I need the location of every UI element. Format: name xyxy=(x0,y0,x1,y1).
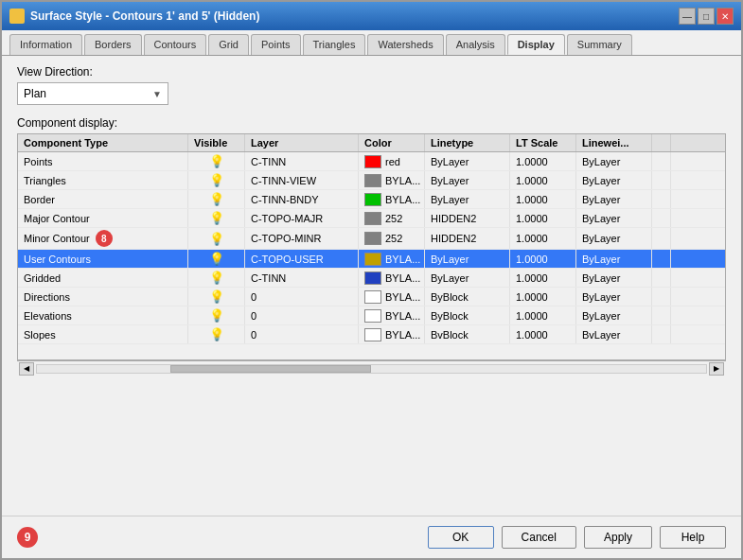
tab-watersheds[interactable]: Watersheds xyxy=(367,34,443,55)
cell-type: Directions xyxy=(18,288,188,306)
cell-visible[interactable]: 💡 xyxy=(188,250,245,268)
cell-lineweight: ByLayer xyxy=(576,209,652,227)
cell-layer: 0 xyxy=(245,325,359,343)
cell-color[interactable]: 252 xyxy=(359,228,425,249)
cell-type: Elevations xyxy=(18,306,188,324)
cell-type: User Contours xyxy=(18,250,188,268)
view-direction-dropdown[interactable]: Plan ▼ xyxy=(17,82,168,105)
cell-visible[interactable]: 💡 xyxy=(188,288,245,306)
cell-linetype: ByLayer xyxy=(425,152,510,170)
apply-button[interactable]: Apply xyxy=(584,526,652,549)
tab-points[interactable]: Points xyxy=(251,34,301,55)
table-row[interactable]: Gridded 💡 C-TINN BYLA... ByLayer 1.0000 … xyxy=(18,269,725,288)
cell-visible[interactable]: 💡 xyxy=(188,228,245,249)
table-row[interactable]: Border 💡 C-TINN-BNDY BYLA... ByLayer 1.0… xyxy=(18,190,725,209)
scroll-left-button[interactable]: ◀ xyxy=(19,362,34,376)
cell-extra xyxy=(652,152,671,170)
component-table: Component Type Visible Layer Color Linet… xyxy=(17,133,726,360)
cell-color[interactable]: BYLA... xyxy=(359,171,425,189)
tabs-bar: Information Borders Contours Grid Points… xyxy=(2,30,741,56)
cell-lt-scale: 1.0000 xyxy=(510,171,576,189)
cell-extra xyxy=(652,269,671,287)
tab-triangles[interactable]: Triangles xyxy=(303,34,366,55)
table-row[interactable]: Points 💡 C-TINN red ByLayer 1.0000 ByLay… xyxy=(18,152,725,171)
tab-borders[interactable]: Borders xyxy=(84,34,142,55)
tab-contours[interactable]: Contours xyxy=(144,34,207,55)
cell-extra xyxy=(652,250,671,268)
cell-extra xyxy=(652,228,671,249)
tab-display[interactable]: Display xyxy=(507,34,565,55)
cell-lineweight: ByLayer xyxy=(576,250,652,268)
cell-visible[interactable]: 💡 xyxy=(188,190,245,208)
cell-lineweight: ByLayer xyxy=(576,269,652,287)
cell-linetype: ByBlock xyxy=(425,288,510,306)
horizontal-scrollbar[interactable]: ◀ ▶ xyxy=(17,360,726,376)
view-direction-label: View Direction: xyxy=(17,65,726,79)
cell-lineweight: ByLayer xyxy=(576,288,652,306)
window-icon xyxy=(9,9,25,24)
cell-lt-scale: 1.0000 xyxy=(510,209,576,227)
scroll-thumb[interactable] xyxy=(170,365,371,373)
color-label: 252 xyxy=(385,233,402,244)
cell-extra xyxy=(652,171,671,189)
table-row[interactable]: Directions 💡 0 BYLA... ByBlock 1.0000 By… xyxy=(18,288,725,306)
tab-analysis[interactable]: Analysis xyxy=(446,34,505,55)
table-row[interactable]: Major Contour 💡 C-TOPO-MAJR 252 HIDDEN2 … xyxy=(18,209,725,228)
cell-lineweight: ByLayer xyxy=(576,306,652,324)
cell-type: Gridded xyxy=(18,269,188,287)
visible-bulb-icon: 💡 xyxy=(209,271,224,285)
cell-linetype: ByLayer xyxy=(425,269,510,287)
tab-information[interactable]: Information xyxy=(9,34,82,55)
cell-color[interactable]: red xyxy=(359,152,425,170)
cell-layer: 0 xyxy=(245,288,359,306)
color-swatch xyxy=(364,290,381,304)
tab-grid[interactable]: Grid xyxy=(208,34,249,55)
color-swatch xyxy=(364,212,381,225)
cell-color[interactable]: BYLA... xyxy=(359,269,425,287)
table-row[interactable]: User Contours 💡 C-TOPO-USER BYLA... ByLa… xyxy=(18,250,725,269)
table-row[interactable]: Minor Contour8 💡 C-TOPO-MINR 252 HIDDEN2… xyxy=(18,228,725,250)
cell-layer: C-TINN-BNDY xyxy=(245,190,359,208)
cell-color[interactable]: BYLA... xyxy=(359,288,425,306)
tab-summary[interactable]: Summary xyxy=(567,34,632,55)
cell-lt-scale: 1.0000 xyxy=(510,269,576,287)
cell-visible[interactable]: 💡 xyxy=(188,269,245,287)
ok-button[interactable]: OK xyxy=(428,526,494,549)
cell-visible[interactable]: 💡 xyxy=(188,152,245,170)
cancel-button[interactable]: Cancel xyxy=(502,526,576,549)
cell-layer: C-TINN-VIEW xyxy=(245,171,359,189)
cell-lineweight: ByLayer xyxy=(576,190,652,208)
cell-lt-scale: 1.0000 xyxy=(510,325,576,343)
table-row[interactable]: Elevations 💡 0 BYLA... ByBlock 1.0000 By… xyxy=(18,306,725,325)
cell-visible[interactable]: 💡 xyxy=(188,209,245,227)
maximize-button[interactable]: □ xyxy=(698,8,715,25)
close-button[interactable]: ✕ xyxy=(716,8,734,25)
cell-type: Slopes xyxy=(18,325,188,343)
cell-visible[interactable]: 💡 xyxy=(188,325,245,343)
cell-extra xyxy=(652,209,671,227)
dropdown-arrow-icon: ▼ xyxy=(152,89,162,99)
color-label: BYLA... xyxy=(385,272,420,284)
scroll-track[interactable] xyxy=(36,364,707,374)
minimize-button[interactable]: — xyxy=(679,8,696,25)
cell-layer: C-TOPO-MAJR xyxy=(245,209,359,227)
cell-visible[interactable]: 💡 xyxy=(188,171,245,189)
cell-type: Minor Contour8 xyxy=(18,228,188,249)
cell-type: Border xyxy=(18,190,188,208)
cell-color[interactable]: BYLA... xyxy=(359,306,425,324)
cell-color[interactable]: 252 xyxy=(359,209,425,227)
scroll-right-button[interactable]: ▶ xyxy=(709,362,724,376)
table-row[interactable]: Triangles 💡 C-TINN-VIEW BYLA... ByLayer … xyxy=(18,171,725,190)
title-bar-left: Surface Style - Contours 1' and 5' (Hidd… xyxy=(9,9,259,24)
cell-visible[interactable]: 💡 xyxy=(188,306,245,324)
color-label: red xyxy=(385,156,400,167)
cell-type: Triangles xyxy=(18,171,188,189)
table-row[interactable]: Slopes 💡 0 BYLA... BvBlock 1.0000 BvLaye… xyxy=(18,325,725,344)
content-area: View Direction: Plan ▼ Component display… xyxy=(2,56,741,516)
cell-color[interactable]: BYLA... xyxy=(359,250,425,268)
cell-color[interactable]: BYLA... xyxy=(359,190,425,208)
cell-lt-scale: 1.0000 xyxy=(510,306,576,324)
visible-bulb-icon: 💡 xyxy=(209,232,224,246)
help-button[interactable]: Help xyxy=(660,526,726,549)
cell-color[interactable]: BYLA... xyxy=(359,325,425,343)
